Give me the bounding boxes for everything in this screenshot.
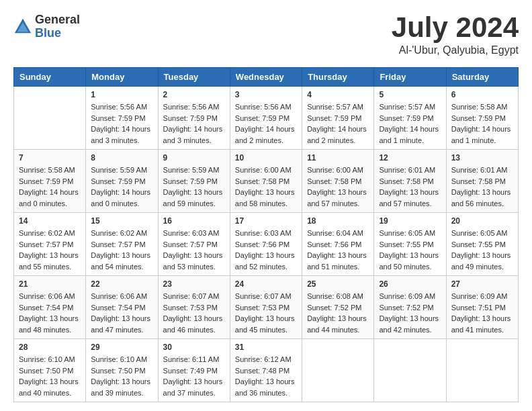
calendar-cell: 18Sunrise: 6:04 AMSunset: 7:56 PMDayligh…	[302, 213, 374, 276]
logo: General Blue	[13, 13, 80, 40]
calendar-week-1: 1Sunrise: 5:56 AMSunset: 7:59 PMDaylight…	[14, 87, 519, 150]
header-day-tuesday: Tuesday	[158, 68, 230, 87]
day-number: 9	[163, 153, 225, 163]
day-number: 30	[163, 342, 225, 352]
day-info: Sunrise: 6:10 AMSunset: 7:50 PMDaylight:…	[19, 354, 81, 398]
day-info: Sunrise: 5:56 AMSunset: 7:59 PMDaylight:…	[163, 101, 225, 146]
day-info: Sunrise: 6:07 AMSunset: 7:53 PMDaylight:…	[163, 291, 225, 335]
calendar-cell	[302, 339, 374, 402]
day-info: Sunrise: 5:58 AMSunset: 7:59 PMDaylight:…	[19, 165, 81, 209]
day-number: 21	[19, 279, 81, 289]
day-number: 26	[379, 279, 441, 289]
day-info: Sunrise: 5:59 AMSunset: 7:59 PMDaylight:…	[91, 165, 152, 209]
day-info: Sunrise: 6:02 AMSunset: 7:57 PMDaylight:…	[19, 228, 81, 272]
calendar-cell: 22Sunrise: 6:06 AMSunset: 7:54 PMDayligh…	[86, 276, 158, 339]
day-number: 3	[235, 90, 297, 99]
day-number: 15	[91, 216, 152, 226]
calendar-cell: 14Sunrise: 6:02 AMSunset: 7:57 PMDayligh…	[14, 213, 86, 276]
day-info: Sunrise: 6:01 AMSunset: 7:58 PMDaylight:…	[451, 165, 513, 209]
day-info: Sunrise: 6:04 AMSunset: 7:56 PMDaylight:…	[307, 228, 369, 272]
calendar-cell: 1Sunrise: 5:56 AMSunset: 7:59 PMDaylight…	[86, 87, 158, 150]
day-info: Sunrise: 6:05 AMSunset: 7:55 PMDaylight:…	[379, 228, 441, 272]
calendar-header-row: SundayMondayTuesdayWednesdayThursdayFrid…	[14, 68, 519, 87]
day-number: 28	[19, 342, 81, 352]
calendar-cell: 29Sunrise: 6:10 AMSunset: 7:50 PMDayligh…	[86, 339, 158, 402]
calendar-cell: 16Sunrise: 6:03 AMSunset: 7:57 PMDayligh…	[158, 213, 230, 276]
day-info: Sunrise: 6:10 AMSunset: 7:50 PMDaylight:…	[91, 354, 152, 398]
day-info: Sunrise: 5:58 AMSunset: 7:59 PMDaylight:…	[451, 101, 513, 146]
calendar-cell: 12Sunrise: 6:01 AMSunset: 7:58 PMDayligh…	[374, 150, 446, 213]
day-info: Sunrise: 6:06 AMSunset: 7:54 PMDaylight:…	[19, 291, 81, 335]
header-day-thursday: Thursday	[302, 68, 374, 87]
header-day-monday: Monday	[86, 68, 158, 87]
day-info: Sunrise: 6:05 AMSunset: 7:55 PMDaylight:…	[451, 228, 513, 272]
day-number: 1	[91, 90, 152, 99]
calendar-cell: 17Sunrise: 6:03 AMSunset: 7:56 PMDayligh…	[230, 213, 302, 276]
calendar-week-4: 21Sunrise: 6:06 AMSunset: 7:54 PMDayligh…	[14, 276, 519, 339]
calendar-cell: 4Sunrise: 5:57 AMSunset: 7:59 PMDaylight…	[302, 87, 374, 150]
day-info: Sunrise: 6:02 AMSunset: 7:57 PMDaylight:…	[91, 228, 152, 272]
page-header: General Blue July 2024 Al-'Ubur, Qalyubi…	[13, 13, 519, 56]
day-number: 10	[235, 153, 297, 163]
calendar-week-5: 28Sunrise: 6:10 AMSunset: 7:50 PMDayligh…	[14, 339, 519, 402]
logo-general-text: General	[35, 13, 80, 27]
logo-icon	[13, 17, 32, 36]
day-info: Sunrise: 5:57 AMSunset: 7:59 PMDaylight:…	[379, 101, 441, 146]
day-number: 29	[91, 342, 152, 352]
calendar-cell: 11Sunrise: 6:00 AMSunset: 7:58 PMDayligh…	[302, 150, 374, 213]
day-number: 22	[91, 279, 152, 289]
calendar-cell: 8Sunrise: 5:59 AMSunset: 7:59 PMDaylight…	[86, 150, 158, 213]
calendar-cell: 26Sunrise: 6:09 AMSunset: 7:52 PMDayligh…	[374, 276, 446, 339]
day-info: Sunrise: 6:07 AMSunset: 7:53 PMDaylight:…	[235, 291, 297, 335]
day-number: 18	[307, 216, 369, 226]
day-number: 20	[451, 216, 513, 226]
calendar-table: SundayMondayTuesdayWednesdayThursdayFrid…	[13, 67, 519, 402]
day-number: 31	[235, 342, 297, 352]
calendar-cell	[446, 339, 518, 402]
calendar-cell	[374, 339, 446, 402]
calendar-cell: 28Sunrise: 6:10 AMSunset: 7:50 PMDayligh…	[14, 339, 86, 402]
calendar-cell: 5Sunrise: 5:57 AMSunset: 7:59 PMDaylight…	[374, 87, 446, 150]
logo-blue-text: Blue	[35, 27, 80, 40]
title-section: July 2024 Al-'Ubur, Qalyubia, Egypt	[392, 13, 519, 56]
day-number: 13	[451, 153, 513, 163]
day-number: 8	[91, 153, 152, 163]
calendar-cell: 20Sunrise: 6:05 AMSunset: 7:55 PMDayligh…	[446, 213, 518, 276]
calendar-cell: 21Sunrise: 6:06 AMSunset: 7:54 PMDayligh…	[14, 276, 86, 339]
day-info: Sunrise: 6:03 AMSunset: 7:57 PMDaylight:…	[163, 228, 225, 272]
calendar-cell: 27Sunrise: 6:09 AMSunset: 7:51 PMDayligh…	[446, 276, 518, 339]
day-number: 17	[235, 216, 297, 226]
day-info: Sunrise: 6:11 AMSunset: 7:49 PMDaylight:…	[163, 354, 225, 398]
logo-text: General Blue	[35, 13, 80, 40]
header-day-friday: Friday	[374, 68, 446, 87]
day-number: 25	[307, 279, 369, 289]
header-day-saturday: Saturday	[446, 68, 518, 87]
calendar-week-3: 14Sunrise: 6:02 AMSunset: 7:57 PMDayligh…	[14, 213, 519, 276]
day-number: 19	[379, 216, 441, 226]
day-number: 11	[307, 153, 369, 163]
day-info: Sunrise: 6:06 AMSunset: 7:54 PMDaylight:…	[91, 291, 152, 335]
calendar-cell: 25Sunrise: 6:08 AMSunset: 7:52 PMDayligh…	[302, 276, 374, 339]
day-number: 6	[451, 90, 513, 99]
day-number: 12	[379, 153, 441, 163]
day-number: 5	[379, 90, 441, 99]
calendar-cell: 10Sunrise: 6:00 AMSunset: 7:58 PMDayligh…	[230, 150, 302, 213]
calendar-cell: 30Sunrise: 6:11 AMSunset: 7:49 PMDayligh…	[158, 339, 230, 402]
calendar-cell: 19Sunrise: 6:05 AMSunset: 7:55 PMDayligh…	[374, 213, 446, 276]
day-info: Sunrise: 5:56 AMSunset: 7:59 PMDaylight:…	[91, 101, 152, 146]
day-info: Sunrise: 6:01 AMSunset: 7:58 PMDaylight:…	[379, 165, 441, 209]
day-number: 24	[235, 279, 297, 289]
calendar-cell: 24Sunrise: 6:07 AMSunset: 7:53 PMDayligh…	[230, 276, 302, 339]
day-info: Sunrise: 6:00 AMSunset: 7:58 PMDaylight:…	[307, 165, 369, 209]
day-info: Sunrise: 6:03 AMSunset: 7:56 PMDaylight:…	[235, 228, 297, 272]
day-info: Sunrise: 6:12 AMSunset: 7:48 PMDaylight:…	[235, 354, 297, 398]
calendar-cell: 31Sunrise: 6:12 AMSunset: 7:48 PMDayligh…	[230, 339, 302, 402]
header-day-sunday: Sunday	[14, 68, 86, 87]
day-number: 2	[163, 90, 225, 99]
calendar-cell: 9Sunrise: 5:59 AMSunset: 7:59 PMDaylight…	[158, 150, 230, 213]
day-info: Sunrise: 6:09 AMSunset: 7:51 PMDaylight:…	[451, 291, 513, 335]
day-info: Sunrise: 5:57 AMSunset: 7:59 PMDaylight:…	[307, 101, 369, 146]
month-title: July 2024	[392, 13, 519, 42]
day-info: Sunrise: 5:56 AMSunset: 7:59 PMDaylight:…	[235, 101, 297, 146]
day-info: Sunrise: 6:08 AMSunset: 7:52 PMDaylight:…	[307, 291, 369, 335]
